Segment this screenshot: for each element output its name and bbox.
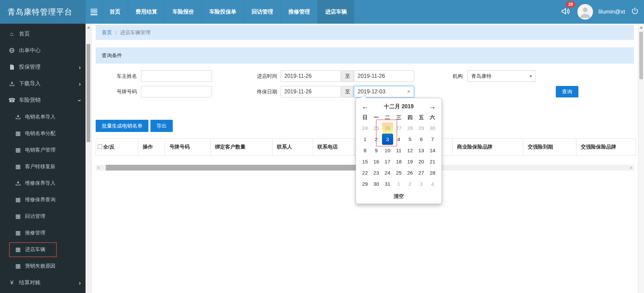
column-header: 联系电话 [313,139,354,156]
breadcrumb-home-link[interactable]: 首页 [102,29,112,36]
hamburger-menu-icon[interactable] [86,0,102,24]
calendar-day[interactable]: 28 [427,167,438,178]
notifications-button[interactable]: 29 [560,6,572,18]
calendar-day[interactable]: 21 [427,156,438,167]
calendar-day[interactable]: 13 [415,145,427,156]
calendar-day[interactable]: 14 [427,145,438,156]
topnav-item[interactable]: 首页 [102,0,128,24]
calendar-day[interactable]: 3 [415,178,427,189]
calendar-day[interactable]: 10 [382,145,393,156]
scroll-left-arrow-icon[interactable]: ‹ [96,165,101,171]
sidebar-item[interactable]: ▦营销失败原因 [0,258,86,274]
calendar-day[interactable]: 30 [371,178,382,189]
calendar-day[interactable]: 24 [359,122,371,134]
sidebar-scrollbar-thumb[interactable] [87,44,90,142]
calendar-day[interactable]: 8 [359,145,371,156]
entry-time-from-input[interactable]: 2019-11-26 [281,70,341,82]
logout-button[interactable] [630,7,639,17]
avatar[interactable] [577,4,593,20]
calendar-day[interactable]: 20 [415,156,427,167]
calendar-day[interactable]: 31 [382,178,393,189]
clear-date-icon[interactable]: × [407,88,410,95]
calendar-day[interactable]: 1 [359,134,371,145]
calendar-day[interactable]: 25 [393,167,404,178]
calendar-day[interactable]: 2 [404,178,415,189]
calendar-day[interactable]: 11 [393,145,404,156]
sidebar-item[interactable]: 出单中心 [0,42,86,59]
calendar-day[interactable]: 26 [382,122,393,134]
calendar-day[interactable]: 6 [415,134,427,145]
org-selected-value: 青岛康特 [471,73,492,80]
datepicker-month-title[interactable]: 十二月 2019 [371,103,427,110]
calendar-day[interactable]: 30 [427,122,438,134]
topnav-item[interactable]: 车险投保单 [201,0,244,24]
calendar-day[interactable]: 23 [371,167,382,178]
calendar-day[interactable]: 17 [382,156,393,167]
calendar-day[interactable]: 4 [427,178,438,189]
sidebar-item[interactable]: ¥结算对账› [0,274,86,291]
yen-icon: ¥ [7,279,16,286]
prev-month-arrow-icon[interactable]: ← [359,103,371,111]
sidebar-item[interactable]: ▦电销客户管理 [0,142,86,158]
calendar-day[interactable]: 16 [371,156,382,167]
sidebar-scrollbar[interactable] [86,24,92,293]
sidebar-item[interactable]: ▦回访管理 [0,208,86,225]
sidebar-item[interactable]: ☎车险营销› [0,92,86,109]
calendar-day[interactable]: 26 [404,167,415,178]
calendar-day[interactable]: 5 [404,134,415,145]
sidebar-item[interactable]: ▦客户转移复新 [0,158,86,175]
select-all-checkbox[interactable] [98,144,102,149]
page-scrollbar-thumb[interactable] [639,32,643,79]
end-date-from-input[interactable]: 2019-11-26 [281,86,341,97]
calendar-day[interactable]: 3 [382,134,393,145]
calendar-day[interactable]: 27 [393,122,404,134]
topnav-item[interactable]: 推修管理 [281,0,317,24]
calendar-day[interactable]: 28 [404,122,415,134]
calendar-day[interactable]: 15 [359,156,371,167]
owner-name-input[interactable] [141,70,212,82]
batch-generate-button[interactable]: 批量生成电销名单 [96,120,148,132]
next-month-arrow-icon[interactable]: → [427,103,438,111]
calendar-day[interactable]: 25 [371,122,382,134]
calendar-day[interactable]: 1 [393,178,404,189]
calendar-day[interactable]: 9 [371,145,382,156]
sidebar-item[interactable]: ▦进店车辆 [0,241,86,258]
column-header: 号牌号码 [165,139,211,156]
sidebar-item[interactable]: 下载导入› [0,75,86,92]
sidebar-item[interactable]: ⌂首页 [0,26,86,42]
calendar-day[interactable]: 7 [427,134,438,145]
calendar-day[interactable]: 24 [382,167,393,178]
export-button[interactable]: 导出 [150,120,173,132]
sidebar-item[interactable]: 维修保养导入 [0,175,86,191]
plate-number-input[interactable] [141,86,212,97]
topnav-item[interactable]: 车险报价 [165,0,201,24]
scroll-up-arrow-icon[interactable] [87,26,90,28]
chevron-right-icon: › [79,280,81,286]
entry-time-to-input[interactable]: 2019-11-26 [354,70,414,82]
calendar-day[interactable]: 18 [393,156,404,167]
username-label[interactable]: lilumin@xt [598,8,625,15]
topnav-item[interactable]: 费用结算 [128,0,165,24]
org-select[interactable]: 青岛康特 ▾ [468,70,535,82]
calendar-day[interactable]: 27 [415,167,427,178]
calendar-day[interactable]: 4 [393,134,404,145]
calendar-day[interactable]: 29 [415,122,427,134]
scroll-right-arrow-icon[interactable]: › [628,165,634,171]
topnav-item[interactable]: 进店车辆 [317,0,354,24]
topnav-item[interactable]: 回访管理 [244,0,281,24]
calendar-day[interactable]: 12 [404,145,415,156]
page-scrollbar[interactable] [638,24,644,293]
calendar-day[interactable]: 2 [371,134,382,145]
calendar-day[interactable]: 22 [359,167,371,178]
calendar-day[interactable]: 29 [359,178,371,189]
sidebar-item[interactable]: 投保管理› [0,59,86,75]
scroll-up-arrow-icon[interactable] [640,26,643,28]
sidebar-item[interactable]: ▦推修管理 [0,225,86,241]
datepicker-popup: ← 十二月 2019 → 日一二三四五六 2425262728293012345… [356,98,442,204]
calendar-day[interactable]: 19 [404,156,415,167]
sidebar-item[interactable]: ▦维修保养查询 [0,191,86,208]
search-button[interactable]: 查询 [556,86,578,97]
datepicker-clear-button[interactable]: 清空 [359,191,438,202]
sidebar-item[interactable]: ▦电销名单分配 [0,125,86,142]
sidebar-item[interactable]: 电销名单导入 [0,109,86,125]
